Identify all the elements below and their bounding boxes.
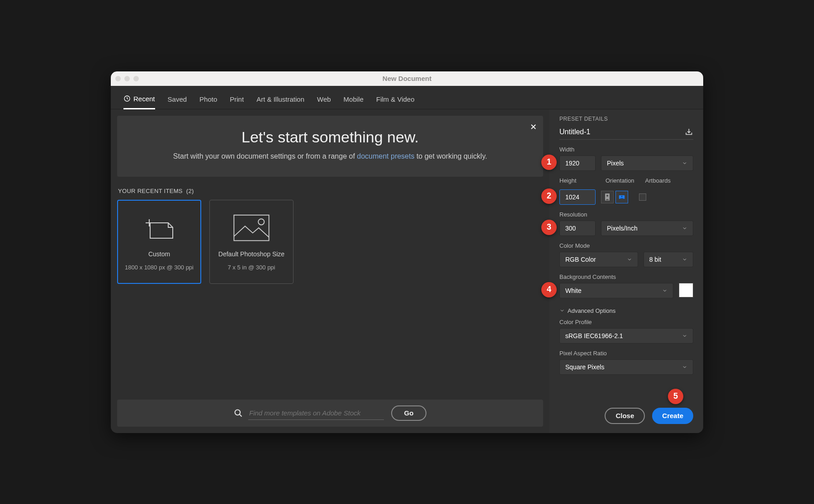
orientation-label: Orientation xyxy=(606,177,634,184)
close-button[interactable]: Close xyxy=(605,408,645,424)
search-icon xyxy=(234,409,243,418)
close-icon[interactable]: ✕ xyxy=(530,122,537,132)
adobe-stock-searchbar: Go xyxy=(117,400,543,427)
advanced-toggle[interactable]: Advanced Options xyxy=(559,307,693,314)
portrait-icon xyxy=(604,193,610,201)
chevron-down-icon xyxy=(682,257,687,262)
tab-print[interactable]: Print xyxy=(230,92,244,108)
svg-point-4 xyxy=(258,219,264,225)
colormode-select[interactable]: RGB Color xyxy=(559,252,638,267)
bitdepth-select[interactable]: 8 bit xyxy=(644,252,693,267)
recent-cards: Custom 1800 x 1080 px @ 300 ppi Default … xyxy=(117,200,543,284)
clock-icon xyxy=(123,95,131,102)
titlebar: New Document xyxy=(111,71,703,86)
chevron-down-icon xyxy=(559,308,565,313)
chevron-down-icon xyxy=(682,333,687,339)
tab-saved[interactable]: Saved xyxy=(168,92,187,108)
bg-label: Background Contents xyxy=(559,273,693,280)
tab-web[interactable]: Web xyxy=(317,92,331,108)
card-title: Custom xyxy=(148,250,170,258)
height-label: Height xyxy=(559,177,596,184)
tab-art[interactable]: Art & Illustration xyxy=(256,92,304,108)
orientation-landscape[interactable] xyxy=(615,191,628,203)
tab-film[interactable]: Film & Video xyxy=(376,92,415,108)
artboards-checkbox[interactable] xyxy=(639,193,646,201)
create-button[interactable]: Create xyxy=(652,408,693,424)
chevron-down-icon xyxy=(682,160,687,166)
document-presets-link[interactable]: document presets xyxy=(357,152,414,160)
height-input[interactable] xyxy=(559,189,596,205)
category-tabs: Recent Saved Photo Print Art & Illustrat… xyxy=(111,86,703,109)
width-input[interactable] xyxy=(559,155,596,171)
chevron-down-icon xyxy=(682,226,687,231)
svg-point-10 xyxy=(621,195,622,197)
preset-name-input[interactable] xyxy=(559,128,685,136)
color-profile-select[interactable]: sRGB IEC61966-2.1 xyxy=(559,328,693,344)
new-document-window: New Document Recent Saved Photo Print Ar… xyxy=(111,71,703,433)
svg-point-5 xyxy=(235,410,241,415)
svg-line-6 xyxy=(240,414,242,416)
go-button[interactable]: Go xyxy=(391,405,426,421)
chevron-down-icon xyxy=(627,257,632,262)
preset-details-panel: PRESET DETAILS Width Pixels 1 Height Ori… xyxy=(549,109,703,433)
card-sub: 7 x 5 in @ 300 ppi xyxy=(228,264,275,271)
landscape-icon xyxy=(619,193,625,201)
tab-recent-label: Recent xyxy=(133,95,155,103)
custom-doc-icon xyxy=(139,212,180,244)
intro-banner: ✕ Let's start something new. Start with … xyxy=(117,116,543,177)
preset-heading: PRESET DETAILS xyxy=(559,116,693,122)
bg-color-swatch[interactable] xyxy=(679,283,693,297)
chevron-down-icon xyxy=(662,288,667,293)
resolution-label: Resolution xyxy=(559,211,693,218)
intro-heading: Let's start something new. xyxy=(135,128,525,146)
profile-label: Color Profile xyxy=(559,319,693,325)
window-title: New Document xyxy=(111,75,703,82)
resolution-input[interactable] xyxy=(559,221,596,236)
image-doc-icon xyxy=(231,212,272,244)
width-unit-select[interactable]: Pixels xyxy=(601,155,693,171)
recent-card-default[interactable]: Default Photoshop Size 7 x 5 in @ 300 pp… xyxy=(209,200,293,284)
tab-photo[interactable]: Photo xyxy=(199,92,217,108)
orientation-portrait[interactable] xyxy=(601,191,614,203)
svg-point-8 xyxy=(606,195,608,197)
intro-text: Start with your own document settings or… xyxy=(135,152,525,160)
pixel-aspect-select[interactable]: Square Pixels xyxy=(559,359,693,375)
card-title: Default Photoshop Size xyxy=(218,250,284,258)
card-sub: 1800 x 1080 px @ 300 ppi xyxy=(125,264,194,271)
resolution-unit-select[interactable]: Pixels/Inch xyxy=(601,221,693,236)
recent-items-label: YOUR RECENT ITEMS (2) xyxy=(118,188,543,194)
par-label: Pixel Aspect Ratio xyxy=(559,350,693,357)
colormode-label: Color Mode xyxy=(559,242,693,249)
svg-rect-3 xyxy=(234,215,269,241)
artboards-label: Artboards xyxy=(645,177,671,184)
width-label: Width xyxy=(559,146,693,153)
tab-recent[interactable]: Recent xyxy=(123,91,155,109)
tab-mobile[interactable]: Mobile xyxy=(344,92,364,108)
callout-5: 5 xyxy=(668,389,683,404)
left-panel: ✕ Let's start something new. Start with … xyxy=(111,109,549,433)
chevron-down-icon xyxy=(682,364,687,370)
recent-card-custom[interactable]: Custom 1800 x 1080 px @ 300 ppi xyxy=(117,200,201,284)
bg-select[interactable]: White xyxy=(559,283,673,298)
save-preset-icon[interactable] xyxy=(685,127,693,137)
stock-search-input[interactable] xyxy=(248,406,384,420)
